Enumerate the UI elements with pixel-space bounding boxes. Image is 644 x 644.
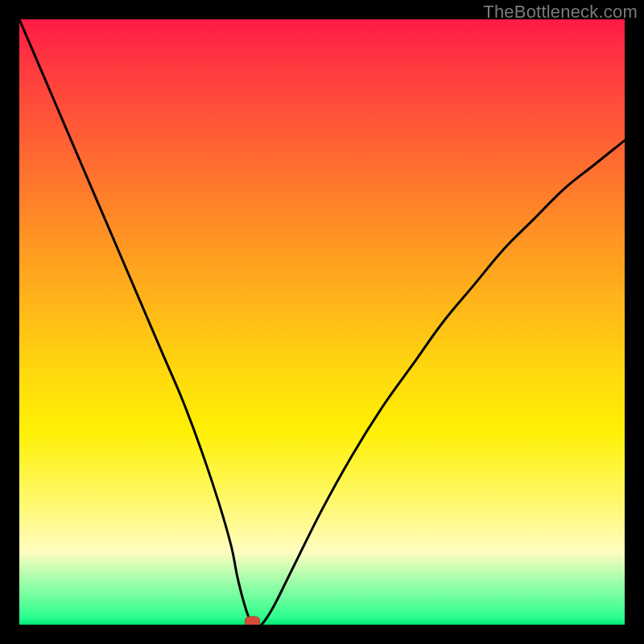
curve-layer [19, 19, 625, 625]
plot-frame [19, 19, 625, 625]
bottleneck-curve [19, 19, 625, 625]
optimal-marker [246, 617, 260, 625]
